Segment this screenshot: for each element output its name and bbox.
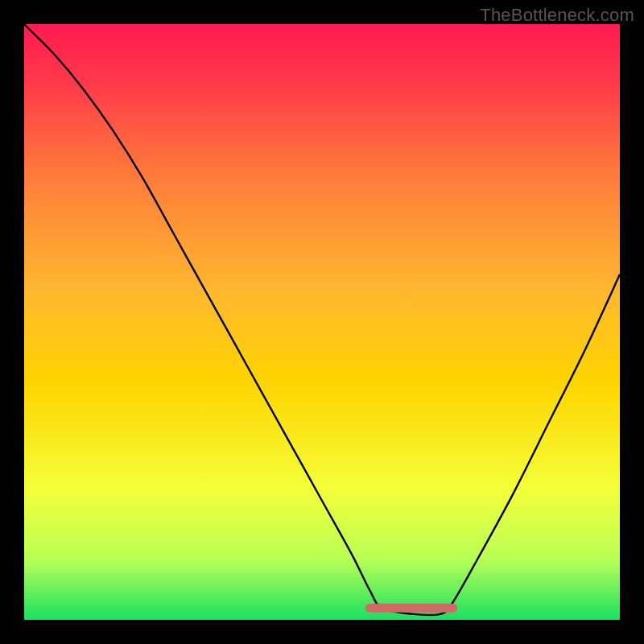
gradient-background (24, 24, 620, 620)
bottleneck-chart (0, 0, 644, 644)
watermark-text: TheBottleneck.com (480, 5, 634, 26)
chart-frame: { "watermark": "TheBottleneck.com", "col… (0, 0, 644, 644)
